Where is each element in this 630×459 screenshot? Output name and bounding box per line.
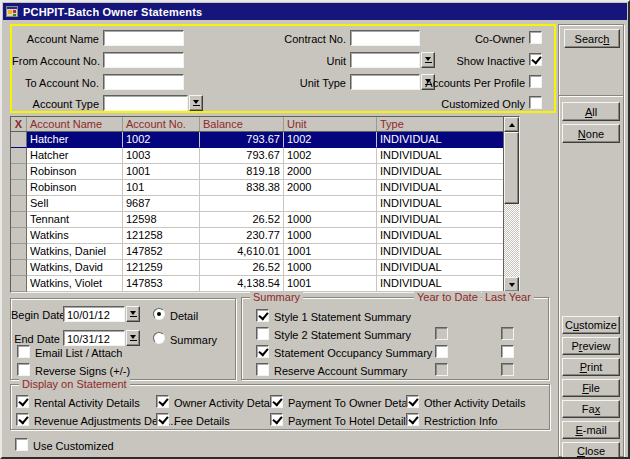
- table-row[interactable]: Watkins, Violet 147853 4,138.54 1001 IND…: [11, 276, 503, 292]
- table-row[interactable]: Tennant 12598 26.52 1000 INDIVIDUAL: [11, 212, 503, 228]
- style1-statement-summary-checkbox[interactable]: [256, 309, 269, 322]
- cell-balance[interactable]: 4,610.01: [200, 244, 284, 260]
- cell-account-no[interactable]: 1001: [123, 164, 200, 180]
- cell-account-name[interactable]: Watkins, David: [27, 260, 123, 276]
- detail-radio[interactable]: [153, 308, 165, 320]
- owner-activity-details-label[interactable]: Owner Activity Details: [174, 396, 280, 410]
- customized-only-checkbox[interactable]: [529, 96, 542, 109]
- cell-account-name[interactable]: Robinson: [27, 180, 123, 196]
- scroll-down-button[interactable]: [504, 277, 519, 292]
- cell-unit[interactable]: 1001: [284, 276, 377, 292]
- row-selector-cell[interactable]: [11, 180, 27, 196]
- payment-to-owner-details-label[interactable]: Payment To Owner Details: [288, 396, 418, 410]
- detail-radio-label[interactable]: Detail: [170, 309, 198, 323]
- cell-account-name[interactable]: Sell: [27, 196, 123, 212]
- column-header-unit[interactable]: Unit: [284, 117, 377, 131]
- cell-unit[interactable]: 2000: [284, 180, 377, 196]
- table-row[interactable]: Sell 9687 INDIVIDUAL: [11, 196, 503, 212]
- reverse-signs-checkbox[interactable]: [17, 363, 30, 376]
- table-row[interactable]: Watkins 121258 230.77 1000 INDIVIDUAL: [11, 228, 503, 244]
- show-inactive-label[interactable]: Show Inactive: [342, 54, 525, 68]
- row-selector-cell[interactable]: [11, 148, 27, 164]
- restriction-info-checkbox[interactable]: [406, 413, 419, 426]
- row-selector-cell[interactable]: [11, 132, 27, 148]
- cell-unit[interactable]: 1002: [284, 148, 377, 164]
- statement-occupancy-summary-label[interactable]: Statement Occupancy Summary: [274, 346, 432, 360]
- scroll-up-button[interactable]: [504, 117, 519, 132]
- cell-type[interactable]: INDIVIDUAL: [377, 260, 503, 276]
- reserve-lastyear-checkbox[interactable]: [501, 363, 514, 376]
- email-button[interactable]: E-mail: [562, 421, 620, 439]
- cell-type[interactable]: INDIVIDUAL: [377, 196, 503, 212]
- begin-date-dropdown-button[interactable]: [126, 306, 140, 322]
- select-all-button[interactable]: All: [562, 102, 620, 121]
- table-row[interactable]: Hatcher 1003 793.67 1002 INDIVIDUAL: [11, 148, 503, 164]
- cell-balance[interactable]: 4,138.54: [200, 276, 284, 292]
- cell-account-name[interactable]: Robinson: [27, 164, 123, 180]
- table-row[interactable]: Robinson 1001 819.18 2000 INDIVIDUAL: [11, 164, 503, 180]
- cell-account-name[interactable]: Watkins: [27, 228, 123, 244]
- other-activity-details-label[interactable]: Other Activity Details: [424, 396, 525, 410]
- cell-type[interactable]: INDIVIDUAL: [377, 228, 503, 244]
- cell-balance[interactable]: 838.38: [200, 180, 284, 196]
- email-list-attach-label[interactable]: Email List / Attach: [35, 346, 122, 360]
- payment-to-hotel-details-label[interactable]: Payment To Hotel Details: [288, 414, 411, 428]
- co-owner-checkbox[interactable]: [529, 31, 542, 44]
- scrollbar-track[interactable]: [504, 204, 519, 277]
- cell-balance[interactable]: [200, 196, 284, 212]
- table-row[interactable]: Hatcher 1002 793.67 1002 INDIVIDUAL: [11, 132, 503, 148]
- cell-type[interactable]: INDIVIDUAL: [377, 276, 503, 292]
- owner-activity-details-checkbox[interactable]: [156, 395, 169, 408]
- reserve-ytd-checkbox[interactable]: [435, 363, 448, 376]
- email-list-attach-checkbox[interactable]: [17, 345, 30, 358]
- reserve-account-summary-checkbox[interactable]: [256, 363, 269, 376]
- occupancy-lastyear-checkbox[interactable]: [501, 345, 514, 358]
- cell-unit[interactable]: [284, 196, 377, 212]
- cell-account-no[interactable]: 121258: [123, 228, 200, 244]
- cell-type[interactable]: INDIVIDUAL: [377, 212, 503, 228]
- other-activity-details-checkbox[interactable]: [406, 395, 419, 408]
- cell-account-name[interactable]: Watkins, Daniel: [27, 244, 123, 260]
- row-selector-cell[interactable]: [11, 260, 27, 276]
- begin-date-input[interactable]: 10/01/12: [63, 306, 125, 322]
- summary-radio-label[interactable]: Summary: [170, 333, 217, 347]
- scrollbar-thumb[interactable]: [504, 132, 519, 204]
- customized-only-label[interactable]: Customized Only: [342, 97, 525, 111]
- cell-balance[interactable]: 230.77: [200, 228, 284, 244]
- cell-balance[interactable]: 819.18: [200, 164, 284, 180]
- cell-account-name[interactable]: Hatcher: [27, 148, 123, 164]
- cell-type[interactable]: INDIVIDUAL: [377, 164, 503, 180]
- reserve-account-summary-label[interactable]: Reserve Account Summary: [274, 364, 407, 378]
- show-inactive-checkbox[interactable]: [529, 53, 542, 66]
- to-account-no-input[interactable]: [103, 74, 184, 90]
- occupancy-ytd-checkbox[interactable]: [435, 345, 448, 358]
- restriction-info-label[interactable]: Restriction Info: [424, 414, 497, 428]
- column-header-balance[interactable]: Balance: [200, 117, 284, 131]
- row-selector-cell[interactable]: [11, 228, 27, 244]
- cell-account-no[interactable]: 1002: [123, 132, 200, 148]
- cell-account-no[interactable]: 9687: [123, 196, 200, 212]
- print-button[interactable]: Print: [562, 358, 620, 376]
- cell-account-no[interactable]: 12598: [123, 212, 200, 228]
- cell-account-name[interactable]: Tennant: [27, 212, 123, 228]
- cell-account-no[interactable]: 101: [123, 180, 200, 196]
- from-account-no-input[interactable]: [103, 52, 184, 68]
- cell-balance[interactable]: 26.52: [200, 212, 284, 228]
- cell-unit[interactable]: 2000: [284, 164, 377, 180]
- rental-activity-details-label[interactable]: Rental Activity Details: [34, 396, 140, 410]
- table-row[interactable]: Robinson 101 838.38 2000 INDIVIDUAL: [11, 180, 503, 196]
- reverse-signs-label[interactable]: Reverse Signs (+/-): [35, 364, 130, 378]
- close-button[interactable]: Close: [562, 442, 620, 459]
- column-header-account-no[interactable]: Account No.: [123, 117, 200, 131]
- cell-account-name[interactable]: Watkins, Violet: [27, 276, 123, 292]
- use-customized-checkbox[interactable]: [15, 438, 28, 451]
- rental-activity-details-checkbox[interactable]: [16, 395, 29, 408]
- row-selector-cell[interactable]: [11, 276, 27, 292]
- row-selector-cell[interactable]: [11, 196, 27, 212]
- style2-statement-summary-label[interactable]: Style 2 Statement Summary: [274, 328, 411, 342]
- end-date-dropdown-button[interactable]: [126, 330, 140, 346]
- cell-balance[interactable]: 793.67: [200, 132, 284, 148]
- table-row[interactable]: Watkins, Daniel 147852 4,610.01 1001 IND…: [11, 244, 503, 260]
- cell-account-no[interactable]: 1003: [123, 148, 200, 164]
- column-header-x[interactable]: X: [11, 117, 27, 131]
